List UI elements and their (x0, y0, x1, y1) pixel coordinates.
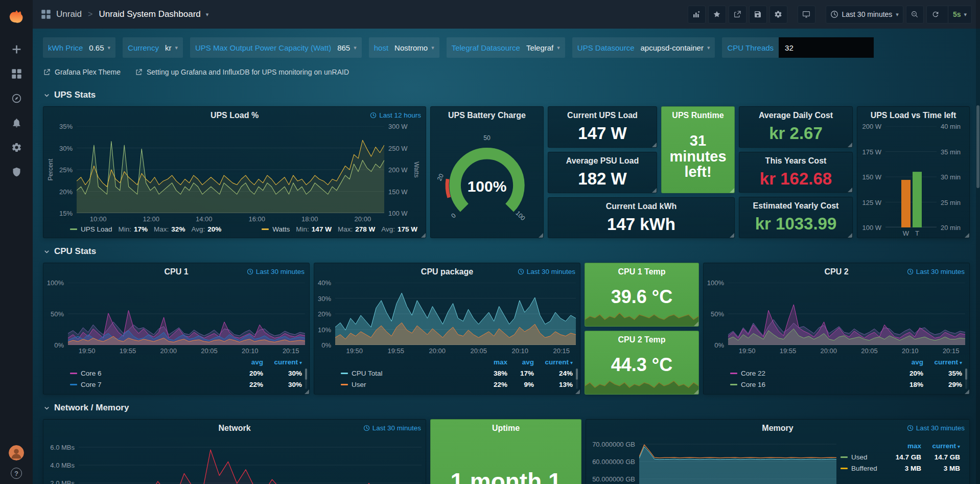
panel-title[interactable]: Average Daily Cost (759, 111, 833, 120)
stat-value: kr 1033.99 (739, 215, 852, 238)
legend-sort-avg[interactable]: avg (507, 358, 534, 366)
panel-title[interactable]: CPU 2 Temp (618, 335, 665, 344)
panel-resize-handle[interactable] (848, 143, 852, 147)
plot-area (77, 126, 384, 213)
panel-title[interactable]: Network (218, 424, 250, 433)
section-cpu-stats[interactable]: CPU Stats (43, 242, 970, 261)
legend-sort-current[interactable]: current▾ (534, 358, 573, 366)
help-button[interactable]: ? (11, 468, 22, 479)
panel-title[interactable]: UPS Battery Charge (448, 111, 526, 120)
dashboard-settings-button[interactable] (769, 6, 787, 24)
panel-title[interactable]: Current UPS Load (567, 111, 638, 120)
legend-sort-current[interactable]: current▾ (923, 358, 962, 366)
dashboard-title-caret-icon[interactable]: ▾ (206, 12, 209, 17)
refresh-interval-label: 5s (953, 10, 961, 18)
panel-resize-handle[interactable] (539, 233, 543, 238)
panel-title[interactable]: UPS Load vs Time left (871, 111, 956, 120)
x-axis-tick: 18:00 (301, 215, 318, 223)
svg-text:50: 50 (483, 134, 491, 142)
refresh-button[interactable] (927, 6, 944, 23)
star-dashboard-button[interactable] (708, 6, 726, 24)
legend-scrollbar[interactable] (305, 368, 307, 389)
panel-resize-handle[interactable] (694, 389, 698, 394)
user-avatar[interactable] (9, 445, 24, 460)
x-axis-tick: W (903, 229, 909, 237)
add-panel-button[interactable] (688, 6, 706, 24)
sidebar-server-admin-button[interactable] (0, 159, 33, 184)
variable-value-dropdown[interactable]: 865▾ (336, 43, 362, 52)
legend-sort-max[interactable]: max (882, 442, 921, 450)
y-axis: 40%30%20%10%0% (317, 283, 332, 345)
panel-title[interactable]: This Years Cost (765, 156, 827, 166)
y-axis-tick: 100 W (862, 224, 881, 232)
caret-down-icon: ▾ (354, 45, 357, 51)
section-network-memory[interactable]: Network / Memory (43, 399, 970, 417)
legend-sort-current[interactable]: current▾ (263, 358, 302, 366)
variable-value-dropdown[interactable]: 0.65▾ (88, 43, 115, 52)
plot-area (728, 283, 965, 345)
panel-title[interactable]: Current Load kWh (606, 202, 677, 211)
sidebar-alerting-button[interactable] (0, 110, 33, 135)
panel-resize-handle[interactable] (965, 389, 969, 394)
x-axis: 10:0012:0014:0016:0018:0020:00 (77, 213, 384, 223)
link-ups-monitoring-guide[interactable]: Setting up Grafana and InfluxDB for UPS … (135, 68, 349, 76)
panel-title[interactable]: Average PSU Load (566, 156, 639, 166)
legend-scrollbar[interactable] (965, 368, 967, 389)
grafana-logo[interactable] (7, 6, 26, 26)
sidebar-configuration-button[interactable] (0, 135, 33, 159)
panel-resize-handle[interactable] (694, 321, 698, 326)
page-scrollbar[interactable] (976, 0, 980, 484)
legend-table: avg current▾ Core 22 20% 35% Core 16 18%… (704, 355, 969, 394)
link-grafana-plex-theme[interactable]: Grafana Plex Theme (43, 68, 121, 76)
variable-value-dropdown[interactable]: kr▾ (164, 43, 183, 52)
panel-title[interactable]: CPU 2 (824, 267, 848, 276)
legend-sort-avg[interactable]: avg (892, 358, 923, 366)
panel-resize-handle[interactable] (965, 233, 969, 238)
dashboard-content: kWh Price 0.65▾ Currency kr▾ UPS Max Out… (33, 29, 980, 484)
legend-scrollbar[interactable] (576, 368, 578, 389)
sidebar-dashboards-button[interactable] (0, 61, 33, 86)
scrollbar-thumb[interactable] (976, 105, 979, 188)
panel-resize-handle[interactable] (575, 389, 580, 394)
refresh-interval-button[interactable]: 5s ▾ (948, 6, 971, 23)
panel-resize-handle[interactable] (848, 233, 852, 238)
save-dashboard-button[interactable] (749, 6, 767, 24)
time-range-picker[interactable]: Last 30 minutes ▾ (826, 6, 903, 24)
panel-title[interactable]: UPS Load % (211, 111, 259, 120)
panel-resize-handle[interactable] (305, 389, 309, 394)
panel-title[interactable]: CPU 1 (164, 267, 188, 276)
cpu-threads-input[interactable] (779, 37, 874, 58)
panel-resize-handle[interactable] (848, 188, 852, 192)
panel-resize-handle[interactable] (730, 233, 734, 238)
panel-title[interactable]: Uptime (492, 424, 520, 433)
panel-resize-handle[interactable] (652, 143, 657, 147)
zoom-out-time-button[interactable] (906, 6, 924, 24)
panel-title[interactable]: CPU package (421, 267, 473, 276)
y-axis-tick: 70.000000 GB (592, 440, 635, 448)
panel-title[interactable]: UPS Runtime (672, 111, 724, 120)
y-axis-right: 40 min35 min30 min25 min20 min (940, 126, 965, 227)
panel-resize-handle[interactable] (421, 233, 426, 238)
share-dashboard-button[interactable] (729, 6, 746, 24)
variable-value-dropdown[interactable]: apcupsd-container▾ (640, 43, 715, 52)
x-axis: 19:5019:5520:0020:0520:1020:15 (335, 345, 576, 355)
dashboard-title[interactable]: Unraid System Dashboard (99, 9, 200, 19)
sidebar-explore-button[interactable] (0, 86, 33, 110)
legend-sort-max[interactable]: max (478, 358, 507, 366)
variable-value-dropdown[interactable]: Telegraf▾ (525, 43, 565, 52)
panel-title[interactable]: Memory (762, 424, 793, 433)
sort-caret-icon: ▾ (299, 360, 302, 365)
panel-title[interactable]: Estimated Yearly Cost (753, 201, 839, 211)
legend-sort-avg[interactable]: avg (231, 358, 263, 366)
panel-resize-handle[interactable] (652, 188, 657, 193)
legend-sort-current[interactable]: current▾ (921, 442, 960, 450)
panel-resize-handle[interactable] (730, 188, 734, 193)
x-axis-tick: 19:50 (739, 347, 756, 355)
section-ups-stats[interactable]: UPS Stats (43, 86, 970, 104)
panel-ups-load: UPS Load % Last 12 hours Percent35%30%25… (43, 106, 426, 238)
breadcrumb-folder[interactable]: Unraid (56, 9, 82, 19)
sidebar-create-button[interactable] (0, 37, 33, 61)
panel-title[interactable]: CPU 1 Temp (618, 267, 665, 276)
cycle-view-mode-button[interactable] (798, 6, 815, 24)
variable-value-dropdown[interactable]: Nostromo▾ (393, 43, 439, 52)
